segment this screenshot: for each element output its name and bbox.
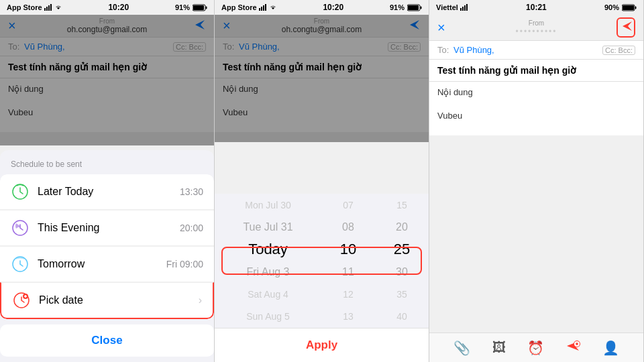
svg-rect-6	[193, 5, 204, 10]
battery-icon-3	[622, 4, 637, 11]
status-right-2: 91%	[390, 3, 422, 11]
picker-hour-1: 08	[321, 216, 375, 238]
send-icon-3	[621, 20, 633, 32]
picker-min-1: 20	[375, 216, 429, 238]
subject-3: Test tính năng gửi mail hẹn giờ	[429, 60, 643, 82]
svg-rect-26	[635, 6, 636, 9]
picker-min-4: 35	[375, 283, 429, 305]
svg-rect-21	[460, 8, 462, 11]
person-icon[interactable]: 👤	[602, 340, 619, 356]
signal-icon-3	[460, 4, 468, 11]
attachment-icon[interactable]: 📎	[453, 340, 470, 356]
schedule-item-pick-date[interactable]: Pick date ›	[0, 282, 214, 319]
battery-icon-2	[407, 4, 422, 11]
close-btn-3[interactable]: ×	[437, 20, 456, 36]
cc-bcc-3[interactable]: Cc: Bcc:	[602, 46, 635, 55]
wifi-icon	[54, 4, 62, 11]
pick-date-chevron: ›	[199, 294, 202, 306]
signature-3: Vubeu	[437, 111, 635, 121]
from-email-3: ••••••••••	[456, 27, 616, 36]
svg-rect-2	[48, 5, 50, 11]
dim-overlay-1	[0, 15, 214, 145]
status-bar-3: Viettel 10:21 90%	[429, 0, 643, 15]
picker-date-4: Sat Aug 4	[215, 283, 321, 305]
body-text-3: Nội dung	[437, 87, 635, 97]
battery-percent-2: 91%	[390, 3, 405, 11]
status-right-1: 91%	[175, 3, 207, 11]
picker-wheel-2[interactable]: Mon Jul 30 Tue Jul 31 Today Fri Aug 3 Sa…	[215, 194, 429, 328]
svg-rect-17	[265, 4, 266, 11]
picker-min-3: 30	[375, 261, 429, 283]
status-right-3: 90%	[604, 3, 637, 11]
svg-rect-20	[408, 5, 419, 10]
status-left-1: App Store	[7, 3, 62, 11]
later-today-label: Later Today	[38, 186, 180, 198]
schedule-item-later-today[interactable]: Later Today 13:30	[0, 174, 214, 210]
panel-1: App Store 10:20 91% ×	[0, 0, 215, 362]
to-value-3: Vũ Phùng,	[453, 45, 494, 55]
panel-2: App Store 10:20 91% ×	[215, 0, 429, 362]
schedule-sheet-1: Schedule to be sent Later Today 13:30	[0, 150, 214, 362]
picker-hour-0: 07	[321, 194, 375, 216]
wifi-icon-2	[269, 4, 277, 11]
to-field-3: To: Vũ Phùng, Cc: Bcc:	[429, 41, 643, 60]
svg-rect-5	[205, 6, 207, 9]
picker-col-minutes[interactable]: 15 20 25 30 35 40	[375, 194, 429, 328]
picker-hour-5: 13	[321, 306, 375, 328]
picker-date-3: Fri Aug 3	[215, 261, 321, 283]
clock-icon[interactable]: ⏰	[527, 340, 544, 356]
picker-min-5: 40	[375, 306, 429, 328]
time-2: 10:20	[323, 3, 343, 12]
picker-date-0: Mon Jul 30	[215, 194, 321, 216]
send-active-icon	[566, 339, 580, 353]
compose-header-3: × From ••••••••••	[429, 15, 643, 41]
picker-date-1: Tue Jul 31	[215, 216, 321, 238]
battery-icon-1	[193, 4, 207, 11]
signal-icon	[44, 4, 52, 11]
battery-percent-3: 90%	[604, 3, 619, 11]
picker-date-5: Sun Aug 5	[215, 306, 321, 328]
picker-min-0: 15	[375, 194, 429, 216]
later-today-icon	[11, 182, 30, 201]
schedule-close-btn-1[interactable]: Close	[0, 324, 214, 357]
svg-rect-15	[261, 7, 262, 11]
schedule-item-this-evening[interactable]: This Evening 20:00	[0, 210, 214, 246]
svg-rect-23	[464, 5, 466, 11]
svg-rect-22	[462, 7, 464, 11]
to-label-3: To:	[437, 45, 451, 55]
svg-rect-24	[466, 4, 468, 11]
dim-overlay-2	[215, 15, 429, 142]
schedule-item-tomorrow[interactable]: Tomorrow Fri 09:00	[0, 246, 214, 282]
apply-btn-2[interactable]: Apply	[215, 328, 429, 362]
svg-rect-19	[420, 6, 421, 9]
from-label-3: From	[456, 19, 616, 27]
svg-rect-16	[263, 5, 264, 11]
picker-sheet-2[interactable]: Mon Jul 30 Tue Jul 31 Today Fri Aug 3 Sa…	[215, 194, 429, 362]
toolbar-bottom-3: 📎 🖼 ⏰ 👤	[429, 333, 643, 362]
pick-date-label: Pick date	[39, 294, 195, 306]
tomorrow-label: Tomorrow	[38, 258, 166, 270]
schedule-title-1: Schedule to be sent	[0, 150, 214, 174]
send-btn-3[interactable]	[616, 17, 635, 38]
battery-percent-1: 91%	[175, 3, 190, 11]
svg-rect-1	[46, 7, 48, 11]
status-left-2: App Store	[221, 3, 277, 11]
panel-3: Viettel 10:21 90% × From ••••••••••	[429, 0, 644, 362]
time-3: 10:21	[526, 3, 547, 12]
picker-date-selected: Today	[215, 239, 321, 261]
this-evening-time: 20:00	[180, 223, 203, 233]
pick-date-icon	[12, 291, 31, 310]
picker-hour-4: 12	[321, 283, 375, 305]
tomorrow-time: Fri 09:00	[166, 259, 203, 269]
picker-col-date[interactable]: Mon Jul 30 Tue Jul 31 Today Fri Aug 3 Sa…	[215, 194, 321, 328]
picker-min-selected: 25	[375, 239, 429, 261]
status-bar-1: App Store 10:20 91%	[0, 0, 214, 15]
picker-hour-3: 11	[321, 261, 375, 283]
send-scheduled-icon[interactable]	[566, 339, 580, 357]
picker-col-hours[interactable]: 07 08 10 11 12 13	[321, 194, 375, 328]
svg-rect-3	[50, 4, 52, 11]
app-store-label: App Store	[7, 3, 42, 11]
later-today-time: 13:30	[180, 186, 203, 197]
image-icon[interactable]: 🖼	[492, 340, 506, 355]
svg-rect-0	[44, 8, 46, 11]
